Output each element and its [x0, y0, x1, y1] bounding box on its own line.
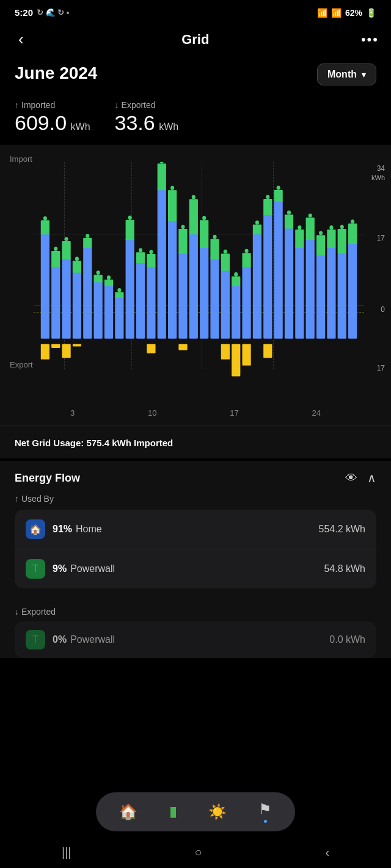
nav-item-powerwall[interactable]: ▮ [164, 801, 181, 822]
nav-active-dot [264, 820, 267, 823]
export-flow-item: T 0% Powerwall 0.0 kWh [15, 621, 376, 658]
y-label-34: 34 [377, 164, 385, 173]
nav-powerwall-icon: ▮ [169, 804, 177, 820]
chart-export-label: Export [10, 360, 33, 369]
svg-rect-4 [51, 266, 60, 339]
svg-rect-12 [73, 272, 81, 339]
status-indicators: 📶 📶 62% 🔋 [317, 8, 376, 18]
period-label: Month [327, 69, 357, 80]
svg-rect-98 [348, 223, 357, 244]
svg-rect-60 [221, 344, 230, 360]
svg-rect-77 [274, 190, 283, 202]
svg-rect-54 [210, 258, 219, 339]
svg-rect-58 [221, 253, 230, 270]
svg-rect-22 [104, 285, 113, 339]
export-label: ↓ Exported [15, 607, 376, 617]
svg-point-96 [340, 225, 344, 229]
nav-item-grid[interactable]: ⚑ [254, 798, 277, 825]
svg-rect-26 [115, 292, 123, 298]
svg-rect-41 [168, 220, 177, 339]
svg-rect-49 [189, 199, 198, 234]
svg-point-10 [65, 237, 68, 241]
recent-apps-button[interactable]: ||| [62, 845, 71, 859]
y-unit: kWh [371, 174, 385, 181]
back-system-button[interactable]: ‹ [325, 845, 329, 859]
status-time: 5:20 ↻ 🌊 ↻ • [15, 7, 69, 18]
svg-rect-91 [327, 247, 335, 339]
svg-rect-34 [147, 266, 155, 339]
export-name: Powerwall [70, 634, 329, 645]
svg-rect-29 [126, 220, 134, 240]
time: 5:20 [15, 7, 33, 18]
svg-rect-3 [41, 344, 49, 360]
nav-grid-icon: ⚑ [258, 801, 272, 818]
more-button[interactable]: ••• [361, 32, 379, 48]
system-nav: ||| ○ ‹ [0, 836, 391, 868]
wifi-icon: 📶 [317, 8, 327, 18]
svg-rect-73 [263, 199, 272, 215]
used-by-label: ↑ Used By [15, 494, 376, 504]
svg-rect-16 [83, 247, 92, 339]
svg-point-53 [202, 216, 206, 220]
svg-rect-28 [126, 239, 134, 339]
svg-rect-95 [338, 229, 346, 253]
chart-svg [34, 162, 364, 400]
energy-flow-controls: 👁 ∧ [345, 471, 376, 485]
home-button[interactable]: ○ [194, 845, 202, 859]
period-selector[interactable]: Month ▾ [317, 63, 376, 85]
visibility-icon[interactable]: 👁 [345, 471, 357, 485]
svg-point-43 [170, 186, 174, 190]
svg-rect-1 [41, 220, 49, 234]
svg-rect-45 [178, 229, 187, 253]
svg-rect-69 [253, 233, 261, 339]
svg-rect-11 [62, 344, 70, 358]
export-value: 0.0 kWh [329, 634, 365, 645]
svg-rect-37 [147, 344, 155, 353]
x-label-17: 17 [230, 408, 238, 418]
svg-rect-52 [200, 220, 208, 247]
svg-point-50 [192, 195, 196, 200]
svg-rect-79 [285, 227, 293, 338]
svg-rect-76 [274, 200, 283, 339]
svg-point-40 [160, 162, 164, 164]
svg-point-2 [43, 216, 47, 220]
svg-rect-25 [115, 296, 123, 338]
nav-home-icon: 🏠 [119, 803, 137, 820]
svg-point-6 [54, 247, 57, 251]
svg-point-87 [309, 214, 312, 218]
svg-point-67 [245, 249, 249, 253]
svg-point-74 [266, 195, 269, 199]
nav-item-home[interactable]: 🏠 [114, 801, 142, 823]
exported-arrow-icon: ↓ [115, 100, 119, 110]
x-label-24: 24 [312, 408, 321, 418]
x-axis: 3 10 17 24 [0, 406, 391, 425]
svg-rect-51 [200, 247, 208, 339]
svg-rect-47 [178, 344, 187, 350]
powerwall-value: 54.8 kWh [324, 563, 365, 574]
svg-rect-82 [295, 247, 304, 339]
svg-rect-55 [210, 239, 219, 259]
svg-point-90 [319, 231, 323, 235]
svg-rect-32 [136, 252, 145, 263]
export-percent: 0% [53, 634, 67, 645]
back-button[interactable]: ‹ [12, 27, 30, 51]
export-powerwall-icon: T [26, 630, 45, 649]
imported-label: ↑ Imported [15, 100, 90, 110]
svg-rect-15 [73, 344, 81, 347]
powerwall-icon: T [26, 559, 45, 579]
svg-point-46 [181, 225, 185, 229]
collapse-icon[interactable]: ∧ [367, 471, 376, 485]
chevron-down-icon: ▾ [362, 70, 366, 79]
nav-item-solar[interactable]: ☀️ [203, 801, 232, 823]
svg-rect-94 [338, 252, 346, 339]
svg-rect-83 [295, 230, 304, 248]
y-label-17: 17 [377, 234, 385, 242]
svg-rect-38 [158, 189, 166, 338]
imported-value: 609.0 [15, 111, 67, 134]
svg-point-93 [329, 225, 333, 230]
net-usage-section: Net Grid Usage: 575.4 kWh Imported [0, 425, 391, 458]
battery-icon: 🔋 [366, 8, 376, 18]
svg-point-33 [139, 248, 142, 253]
exported-value-row: 33.6 kWh [115, 111, 179, 135]
status-bar: 5:20 ↻ 🌊 ↻ • 📶 📶 62% 🔋 [0, 0, 391, 23]
